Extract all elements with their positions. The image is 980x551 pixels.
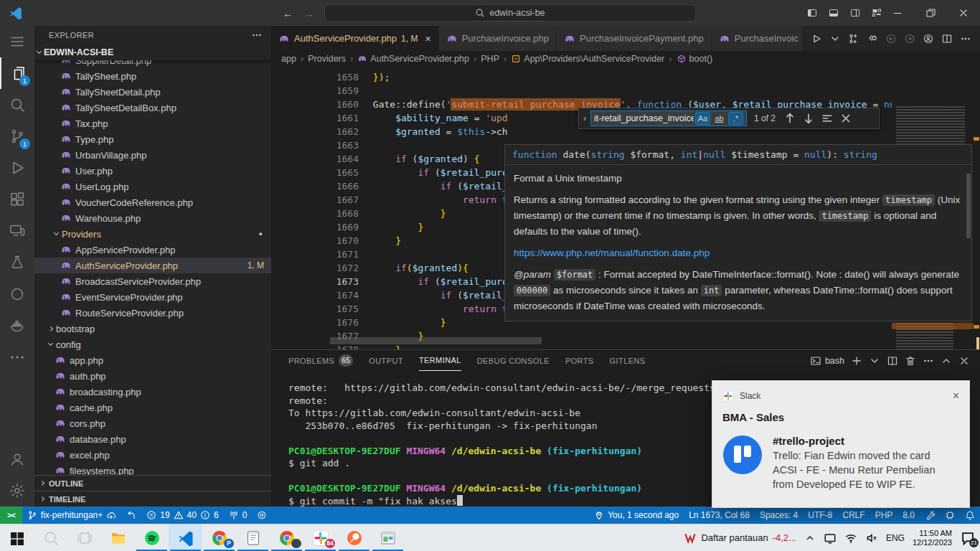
account-actions-button[interactable]: [923, 33, 934, 44]
taskbar-task-view[interactable]: [67, 524, 101, 551]
terminal-dropdown-button[interactable]: [869, 355, 880, 367]
status-notifications[interactable]: [960, 507, 980, 524]
activity-testing[interactable]: [0, 247, 34, 278]
tab-purchaseinvoic[interactable]: PurchaseInvoic: [712, 26, 806, 51]
status-tools[interactable]: [920, 507, 940, 524]
panel-tab-output[interactable]: OUTPUT: [369, 350, 403, 371]
code-editor[interactable]: 1658165916601661166216631664166516661667…: [271, 66, 980, 349]
split-terminal-button[interactable]: [887, 355, 898, 367]
input-language[interactable]: ENG: [886, 533, 905, 543]
taskbar-notepad[interactable]: [236, 524, 270, 551]
close-button[interactable]: [947, 0, 980, 26]
tree-item-tax-php[interactable]: Tax.php: [34, 116, 271, 131]
tree-item-app-php[interactable]: app.php: [34, 352, 271, 368]
tree-item-bootstrap[interactable]: bootstrap: [34, 321, 271, 336]
panel-tab-gitlens[interactable]: GITLENS: [610, 350, 646, 371]
tree-item-filesystems-php[interactable]: filesystems.php: [34, 463, 271, 475]
status-blame-annotation[interactable]: You, 1 second ago: [589, 507, 684, 524]
activity-manage[interactable]: [0, 475, 34, 507]
breadcrumb-item[interactable]: Providers: [308, 54, 346, 64]
volume-muted-icon[interactable]: [865, 532, 878, 545]
status-cursor-position[interactable]: Ln 1673, Col 68: [684, 507, 755, 524]
tree-item-warehouse-php[interactable]: Warehouse.php: [34, 210, 271, 226]
outline-section[interactable]: OUTLINE: [34, 475, 271, 491]
tree-item-tallysheetdetailbox-php[interactable]: TallySheetDetailBox.php: [34, 100, 271, 116]
tree-item-cache-php[interactable]: cache.php: [34, 400, 271, 415]
toast-close-button[interactable]: ×: [953, 390, 959, 402]
tree-item-vouchercodereference-php[interactable]: VoucherCodeReference.php: [34, 194, 271, 210]
match-case-toggle[interactable]: Aa: [695, 112, 710, 125]
more-actions-button[interactable]: [923, 355, 934, 367]
taskbar-chrome-profile[interactable]: P: [202, 524, 236, 551]
taskbar-slack[interactable]: 84: [303, 524, 337, 551]
tab-purchaseinvoice-php[interactable]: PurchaseInvoice.php: [439, 26, 557, 51]
kill-terminal-button[interactable]: [905, 355, 916, 367]
close-panel-button[interactable]: [958, 355, 970, 367]
find-input[interactable]: it-retail_purchase_invoice Aa ab .*: [590, 110, 747, 126]
taskbar-search[interactable]: [34, 524, 67, 551]
tree-root-folder[interactable]: EDWIN-ACSI-BE: [34, 44, 271, 60]
taskbar-app-window[interactable]: [371, 524, 405, 551]
activity-explorer[interactable]: 1: [0, 57, 34, 89]
status-ports[interactable]: 0: [224, 507, 253, 524]
taskbar-start[interactable]: [0, 524, 34, 551]
breadcrumb-item[interactable]: boot(): [689, 54, 713, 64]
run-dropdown-button[interactable]: [829, 33, 841, 44]
breadcrumb-item[interactable]: PHP: [481, 54, 499, 64]
previous-change-button[interactable]: [885, 33, 897, 44]
tree-item-routeserviceprovider-php[interactable]: RouteServiceProvider.php: [34, 305, 271, 321]
activity-extensions[interactable]: [0, 184, 34, 215]
tree-item-tallysheetdetail-php[interactable]: TallySheetDetail.php: [34, 84, 271, 100]
tree-item-cors-php[interactable]: cors.php: [34, 415, 271, 431]
tree-item-config[interactable]: config: [34, 336, 271, 352]
activity-accounts[interactable]: [0, 443, 34, 475]
panel-tab-debug-console[interactable]: DEBUG CONSOLE: [477, 350, 550, 371]
nav-forward-button[interactable]: →: [303, 7, 314, 19]
panel-tab-problems[interactable]: PROBLEMS65: [288, 350, 353, 371]
toggle-replace-icon[interactable]: ›: [583, 113, 586, 123]
activity-extension-ring[interactable]: [0, 278, 34, 310]
tree-item-excel-php[interactable]: excel.php: [34, 447, 271, 463]
toggle-panel-button[interactable]: [828, 7, 839, 19]
status-gitlens-compare[interactable]: [121, 507, 141, 524]
taskbar-spotify[interactable]: [135, 524, 169, 551]
activity-remote-explorer[interactable]: [0, 215, 34, 247]
minimize-button[interactable]: [881, 0, 914, 26]
activity-run-and-debug[interactable]: [0, 152, 34, 184]
timeline-section[interactable]: TIMELINE: [34, 491, 271, 507]
compare-changes-button[interactable]: [848, 33, 859, 44]
find-in-selection-button[interactable]: [820, 111, 834, 126]
status-eol[interactable]: CRLF: [837, 507, 870, 524]
tree-item-type-php[interactable]: Type.php: [34, 131, 271, 147]
activity-source-control[interactable]: 1: [0, 121, 34, 152]
activity-docker[interactable]: [0, 310, 34, 342]
nav-back-button[interactable]: ←: [283, 7, 293, 19]
horizontal-scrollbar[interactable]: [330, 337, 542, 344]
tree-item-urbanvillage-php[interactable]: UrbanVillage.php: [34, 147, 271, 163]
tree-item-tallysheet-php[interactable]: TallySheet.php: [34, 68, 271, 84]
status-problems[interactable]: 19406: [141, 507, 223, 524]
tree-item-authserviceprovider-php[interactable]: AuthServiceProvider.php1, M: [34, 258, 271, 273]
tab-authserviceprovider-php[interactable]: AuthServiceProvider.php1, M×: [271, 26, 439, 51]
breadcrumb-item[interactable]: app: [281, 54, 296, 64]
watchlist-ticker[interactable]: Daftar pantauan -4,2...: [684, 532, 796, 545]
status-gitlens-mode[interactable]: [252, 507, 272, 524]
run-button[interactable]: [811, 33, 822, 44]
tablet-mode-icon[interactable]: [824, 532, 837, 545]
tree-item-userlog-php[interactable]: UserLog.php: [34, 179, 271, 194]
taskbar-chrome[interactable]: [270, 524, 303, 551]
remote-indicator[interactable]: ><: [0, 507, 22, 524]
more-actions-button[interactable]: [960, 33, 971, 44]
activity-menu[interactable]: [0, 26, 34, 57]
clock[interactable]: 11:50 AM 12/12/2023: [913, 529, 952, 547]
breadcrumb-item[interactable]: AuthServiceProvider.php: [370, 54, 469, 64]
tree-item-supplierdetail-php[interactable]: SupplierDetail.php: [34, 60, 271, 68]
views-more-actions-icon[interactable]: [251, 29, 263, 41]
panel-tab-terminal[interactable]: TERMINAL: [419, 350, 461, 371]
restore-button[interactable]: [914, 0, 947, 26]
taskbar-postman[interactable]: [337, 524, 371, 551]
new-terminal-button[interactable]: [851, 355, 862, 367]
whole-word-toggle[interactable]: ab: [712, 112, 727, 125]
toggle-primary-sidebar-button[interactable]: [806, 7, 818, 19]
taskbar-file-explorer[interactable]: [101, 524, 135, 551]
